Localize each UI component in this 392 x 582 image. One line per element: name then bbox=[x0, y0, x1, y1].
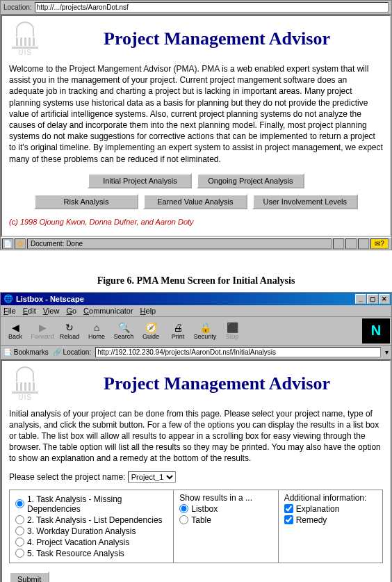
status-tray-2 bbox=[345, 239, 357, 249]
copyright-text: (c) 1998 Ojoung Kwon, Donna Dufner, and … bbox=[9, 218, 383, 226]
bookmarks-button[interactable]: 📑 Bookmarks bbox=[3, 348, 49, 356]
menu-communicator[interactable]: Communicator bbox=[83, 307, 133, 315]
location-label-2: 🔗 Location: bbox=[53, 348, 91, 356]
page-title-2: Project Management Advisor bbox=[51, 373, 383, 394]
titlebar: 🌐 Listbox - Netscape _ ▢ ✕ bbox=[1, 293, 391, 305]
status-tray-1 bbox=[333, 239, 344, 249]
back-icon: ◀ bbox=[12, 322, 19, 333]
select-row: Please select the project name: Project_… bbox=[9, 471, 383, 483]
location-input[interactable] bbox=[35, 2, 389, 13]
print-icon: 🖨 bbox=[173, 322, 183, 333]
home-icon: ⌂ bbox=[94, 322, 99, 333]
button-row-2: Risk Analysis Earned Value Analysis User… bbox=[9, 193, 383, 211]
menu-view[interactable]: View bbox=[43, 307, 60, 315]
page-body-2: UIS Project Management Advisor Initial a… bbox=[1, 359, 391, 582]
page-body-1: UIS Project Management Advisor Welcome t… bbox=[1, 15, 391, 237]
additional-header: Additional information: bbox=[284, 493, 377, 503]
results-listbox[interactable]: Listbox bbox=[179, 504, 272, 514]
check-explanation[interactable]: Explanation bbox=[284, 504, 377, 514]
stop-icon: ⬛ bbox=[227, 322, 238, 333]
bookmark-location-bar: 📑 Bookmarks 🔗 Location: ▾ bbox=[1, 346, 391, 359]
analysis-option-3[interactable]: 3. Workday Duration Analysis bbox=[15, 526, 168, 536]
status-security-icon: ✉? bbox=[370, 239, 389, 249]
check-remedy[interactable]: Remedy bbox=[284, 515, 377, 525]
intro-text: Initial analysis of your project can be … bbox=[9, 408, 383, 464]
toolbar: ◀Back ▶Forward ↻Reload ⌂Home 🔍Search 🧭Gu… bbox=[1, 317, 391, 346]
risk-analysis-button[interactable]: Risk Analysis bbox=[34, 194, 138, 209]
analysis-option-1[interactable]: 1. Task Analysis - Missing Dependencies bbox=[15, 494, 168, 514]
window-2: 🌐 Listbox - Netscape _ ▢ ✕ File Edit Vie… bbox=[0, 292, 392, 582]
minimize-button[interactable]: _ bbox=[355, 294, 366, 304]
analysis-option-2[interactable]: 2. Task Analysis - List Dependencies bbox=[15, 515, 168, 525]
location-label: Location: bbox=[3, 3, 32, 11]
menu-edit[interactable]: Edit bbox=[23, 307, 36, 315]
lock-icon: 🔒 bbox=[199, 322, 211, 333]
uis-logo: UIS bbox=[9, 22, 41, 56]
status-text: Document: Done bbox=[27, 239, 332, 249]
results-table[interactable]: Table bbox=[179, 515, 272, 525]
figure-caption: Figure 6. PMA Menu Screen for Initial An… bbox=[0, 275, 392, 286]
initial-analysis-button[interactable]: Initial Project Analysis bbox=[88, 173, 192, 188]
close-button[interactable]: ✕ bbox=[379, 294, 390, 304]
guide-icon: 🧭 bbox=[145, 322, 157, 333]
app-icon: 🌐 bbox=[3, 294, 13, 304]
status-tray-3 bbox=[358, 239, 369, 249]
select-project-label: Please select the project name: bbox=[9, 472, 125, 482]
window-title: Listbox - Netscape bbox=[16, 295, 354, 303]
location-dropdown-icon[interactable]: ▾ bbox=[385, 348, 389, 356]
button-row-1: Initial Project Analysis Ongoing Project… bbox=[9, 172, 383, 190]
menu-file[interactable]: File bbox=[3, 307, 16, 315]
reload-icon: ↻ bbox=[65, 322, 74, 333]
project-select[interactable]: Project_1 bbox=[128, 471, 176, 483]
status-icon-1: 📄 bbox=[2, 239, 13, 249]
location-bar: Location: bbox=[1, 1, 391, 15]
menu-help[interactable]: Help bbox=[140, 307, 156, 315]
forward-button[interactable]: ▶Forward bbox=[29, 318, 56, 343]
home-button[interactable]: ⌂Home bbox=[83, 318, 110, 343]
print-button[interactable]: 🖨Print bbox=[165, 318, 191, 343]
analysis-option-5[interactable]: 5. Task Resource Analysis bbox=[15, 549, 168, 558]
reload-button[interactable]: ↻Reload bbox=[56, 318, 83, 343]
window-1: Location: UIS Project Management Advisor… bbox=[0, 0, 392, 250]
status-bar-1: 📄 🔆 Document: Done ✉? bbox=[1, 237, 391, 250]
ongoing-analysis-button[interactable]: Ongoing Project Analysis bbox=[197, 173, 304, 188]
back-button[interactable]: ◀Back bbox=[2, 318, 28, 343]
menu-bar: File Edit View Go Communicator Help bbox=[1, 305, 391, 317]
uis-logo-2: UIS bbox=[9, 366, 41, 401]
submit-button[interactable]: Submit bbox=[9, 572, 49, 582]
welcome-text: Welcome to the Project Mangement Advisor… bbox=[9, 63, 383, 165]
page-title: Project Management Advisor bbox=[51, 29, 383, 49]
stop-button[interactable]: ⬛Stop bbox=[219, 318, 245, 343]
results-header: Show results in a ... bbox=[179, 493, 272, 503]
options-table: 1. Task Analysis - Missing Dependencies … bbox=[9, 490, 383, 563]
forward-icon: ▶ bbox=[39, 322, 47, 333]
analysis-option-4[interactable]: 4. Project Vacation Analysis bbox=[15, 537, 168, 547]
location-input-2[interactable] bbox=[95, 347, 381, 357]
guide-button[interactable]: 🧭Guide bbox=[138, 318, 164, 343]
netscape-logo: N bbox=[362, 318, 390, 343]
status-icon-2: 🔆 bbox=[15, 239, 26, 249]
maximize-button[interactable]: ▢ bbox=[367, 294, 378, 304]
search-icon: 🔍 bbox=[118, 322, 130, 333]
menu-go[interactable]: Go bbox=[66, 307, 76, 315]
earned-value-button[interactable]: Earned Value Analysis bbox=[143, 194, 247, 209]
security-button[interactable]: 🔒Security bbox=[192, 318, 218, 343]
user-involvement-button[interactable]: User Involvement Levels bbox=[252, 194, 358, 209]
search-button[interactable]: 🔍Search bbox=[111, 318, 137, 343]
